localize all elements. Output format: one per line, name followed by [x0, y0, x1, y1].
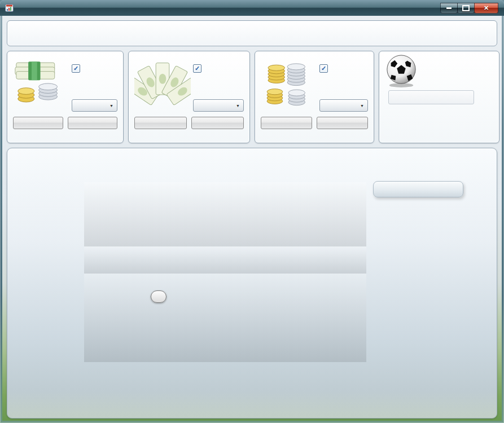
- chart-panel: [7, 148, 497, 418]
- insert-break-button[interactable]: [388, 90, 474, 104]
- gridlines-checkbox-row[interactable]: ✓: [72, 64, 117, 73]
- panel-body: ✓ ▼: [261, 56, 368, 112]
- coin-stacks-image: [261, 56, 317, 112]
- window-controls: ✕: [441, 3, 498, 14]
- tooltip: [151, 290, 166, 303]
- minimize-icon: [446, 7, 452, 9]
- text-color-button[interactable]: [68, 117, 118, 129]
- chart-legend: [373, 181, 463, 197]
- chevron-down-icon: ▼: [233, 104, 243, 108]
- check-mark-icon: ✓: [195, 65, 200, 72]
- settings-panels-row: ✓ ▼: [7, 51, 497, 143]
- check-mark-icon: ✓: [321, 65, 326, 72]
- x-axis-labels: [84, 368, 366, 376]
- panel-body: ✓ ▼: [13, 56, 117, 112]
- section-high-salary: [84, 182, 366, 246]
- panel-controls: ✓ ▼: [191, 56, 244, 112]
- plot-area: [84, 182, 366, 362]
- titlebar[interactable]: ✕: [0, 0, 504, 16]
- section-average-salary: [84, 246, 366, 274]
- soccer-ball-image: [385, 54, 418, 88]
- panel-buttons: [13, 117, 117, 129]
- section-low-salary: [84, 274, 366, 362]
- readability-header: [385, 54, 493, 88]
- checkbox-checked-icon[interactable]: ✓: [319, 64, 328, 73]
- background-button[interactable]: [134, 117, 187, 129]
- text-color-button[interactable]: [317, 117, 368, 129]
- checkbox-checked-icon[interactable]: ✓: [193, 64, 201, 73]
- window-content: ✓ ▼: [2, 16, 502, 421]
- panel-controls: ✓ ▼: [317, 56, 368, 112]
- minimize-button[interactable]: [440, 3, 458, 14]
- close-button[interactable]: ✕: [474, 3, 498, 14]
- gridlines-checkbox-row[interactable]: ✓: [193, 64, 244, 73]
- chevron-down-icon: ▼: [106, 104, 117, 108]
- panel-controls: ✓ ▼: [69, 56, 117, 112]
- line-style-select[interactable]: ▼: [72, 99, 117, 112]
- y-axis-labels: [24, 182, 81, 362]
- background-button[interactable]: [261, 117, 312, 129]
- checkbox-checked-icon[interactable]: ✓: [72, 64, 80, 73]
- app-icon: [5, 4, 14, 12]
- low-salary-panel: ✓ ▼: [255, 51, 374, 143]
- panel-buttons: [261, 117, 368, 129]
- text-color-button[interactable]: [191, 117, 244, 129]
- close-icon: ✕: [484, 5, 489, 11]
- maximize-button[interactable]: [457, 3, 475, 14]
- maximize-icon: [462, 5, 470, 11]
- gridlines-checkbox-row[interactable]: ✓: [319, 64, 368, 73]
- fanned-bills-image: [134, 56, 191, 112]
- line-style-select[interactable]: ▼: [193, 99, 244, 112]
- app-window: ✕: [0, 0, 504, 423]
- panel-buttons: [134, 117, 244, 129]
- average-salary-panel: ✓ ▼: [128, 51, 250, 143]
- line-style-select[interactable]: ▼: [319, 99, 368, 112]
- chevron-down-icon: ▼: [357, 104, 367, 108]
- cash-stacks-image: [13, 56, 69, 112]
- panel-body: ✓ ▼: [134, 56, 244, 112]
- intro-banner: [7, 20, 497, 46]
- high-salary-panel: ✓ ▼: [7, 51, 124, 143]
- check-mark-icon: ✓: [73, 65, 78, 72]
- background-button[interactable]: [13, 117, 63, 129]
- enhance-readability-panel: [379, 51, 499, 143]
